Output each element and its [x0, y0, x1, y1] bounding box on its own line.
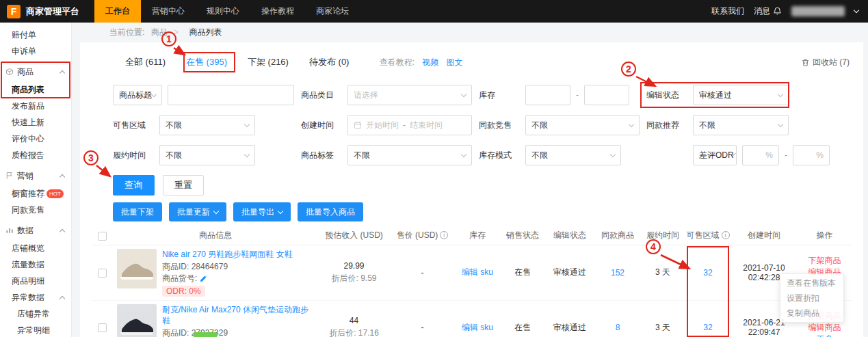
breadcrumb: 当前位置: 商品 > 商品列表 — [72, 23, 868, 42]
product-tag-select[interactable]: 不限 — [347, 145, 472, 165]
product-title-link[interactable]: Nike air 270 男鞋跑步鞋网面鞋 女鞋 — [162, 249, 317, 260]
nav-forum[interactable]: 商家论坛 — [305, 0, 360, 23]
breadcrumb-goods[interactable]: 商品 — [151, 27, 168, 37]
sidebar-group-goods[interactable]: 商品 — [0, 62, 71, 81]
sidebar-item-compensation[interactable]: 赔付单 — [0, 27, 71, 43]
sidebar-subgroup-abnormal-data[interactable]: 异常数据 — [0, 289, 71, 306]
nav-workbench[interactable]: 工作台 — [94, 0, 141, 23]
category-select[interactable]: 请选择 — [347, 85, 472, 105]
chevron-down-icon — [778, 121, 783, 126]
user-menu-chevron-icon[interactable] — [854, 8, 859, 13]
sidebar-item-appeal[interactable]: 申诉单 — [0, 43, 71, 59]
stock-min-input[interactable] — [525, 85, 570, 105]
tutorial-image-link[interactable]: 图文 — [446, 57, 462, 67]
sidebar-item-traffic-data[interactable]: 流量数据 — [0, 256, 71, 273]
menu-copy-product[interactable]: 复制商品 — [780, 306, 843, 321]
sidebar-item-publish-new[interactable]: 发布新品 — [0, 98, 71, 114]
sidebar-item-shop-overview[interactable]: 店铺概览 — [0, 240, 71, 256]
chevron-down-icon — [629, 121, 634, 126]
query-button[interactable]: 查询 — [113, 175, 155, 196]
sidebar-group-marketing[interactable]: 营销 — [0, 166, 71, 185]
sidebar-item-same-compete[interactable]: 同款竞售 — [0, 202, 71, 218]
tab-off-shelf[interactable]: 下架 (216) — [248, 56, 289, 68]
sidebar-item-shop-abnormal[interactable]: 店铺异常 — [0, 306, 71, 322]
reset-button[interactable]: 重置 — [163, 175, 205, 196]
fulfill-time-select[interactable]: 不限 — [159, 145, 255, 165]
recycle-bin-link[interactable]: 回收站 (7) — [801, 57, 850, 68]
odr-min-input[interactable]: % — [742, 145, 779, 165]
select-all-checkbox[interactable] — [98, 232, 107, 241]
user-account-blurred[interactable] — [791, 6, 845, 16]
sidebar-item-window-recommend[interactable]: 橱窗推荐 HOT — [0, 185, 71, 202]
col-product-info: 商品信息 — [113, 227, 318, 245]
create-time-range-picker[interactable]: 开始时间 - 结束时间 — [347, 115, 472, 135]
odr-max-input[interactable]: % — [793, 145, 830, 165]
edit-sku-link[interactable]: 编辑 sku — [462, 323, 493, 332]
product-image[interactable] — [117, 304, 157, 337]
chevron-up-icon — [60, 228, 65, 234]
filter-product-title: 商品标题 — [113, 85, 294, 105]
contact-us-link[interactable]: 联系我们 — [711, 5, 744, 17]
info-icon[interactable] — [440, 231, 448, 239]
col-sale-status: 销售状态 — [500, 227, 545, 245]
stock-max-input[interactable] — [584, 85, 629, 105]
filter-same-recommend: 同款推荐 不限 — [646, 115, 817, 135]
same-compete-select[interactable]: 不限 — [525, 115, 640, 135]
sale-region-select[interactable]: 不限 — [159, 115, 255, 135]
row-checkbox[interactable] — [98, 269, 107, 278]
sale-region-count-link[interactable]: 32 — [703, 323, 712, 332]
created-date: 2021-07-10 — [733, 263, 795, 273]
chevron-down-icon — [461, 91, 466, 96]
edit-sku-link[interactable]: 编辑 sku — [462, 267, 493, 277]
same-product-count-link[interactable]: 152 — [611, 268, 624, 278]
nav-tutorials[interactable]: 操作教程 — [250, 0, 305, 23]
batch-export-button[interactable]: 批量导出 — [233, 202, 291, 221]
odr-type-select[interactable]: 差评ODR — [693, 145, 737, 165]
sidebar-item-quick-new[interactable]: 快速上新 — [0, 114, 71, 131]
product-title-link[interactable]: 耐克/Nike Air Max270 休闲气垫运动跑步鞋 — [162, 304, 317, 326]
nav-marketing-center[interactable]: 营销中心 — [141, 0, 196, 23]
sidebar-item-quality-report[interactable]: 质检报告 — [0, 147, 71, 163]
fulfill-time: 3 天 — [641, 245, 685, 300]
stock-mode-select[interactable]: 不限 — [525, 145, 621, 165]
title-field-select[interactable]: 商品标题 — [113, 85, 162, 105]
batch-import-button[interactable]: 批量导入商品 — [298, 202, 363, 221]
edit-status-select[interactable]: 审核通过 — [693, 85, 789, 105]
sidebar-item-review-center[interactable]: 评价中心 — [0, 131, 71, 147]
sidebar-item-product-list[interactable]: 商品列表 — [0, 81, 71, 98]
chevron-down-icon — [213, 208, 219, 213]
messages-link[interactable]: 消息 — [754, 5, 782, 17]
edit-pencil-icon[interactable] — [200, 275, 207, 282]
tutorial-video-link[interactable]: 视频 — [422, 57, 438, 67]
green-tag — [194, 332, 217, 337]
title-search-input[interactable] — [168, 85, 294, 105]
price-cell: - — [390, 245, 455, 300]
menu-set-discount[interactable]: 设置折扣 — [780, 291, 843, 306]
sale-region-count-link[interactable]: 32 — [703, 268, 712, 278]
sidebar-item-product-detail[interactable]: 商品明细 — [0, 273, 71, 289]
batch-update-button[interactable]: 批量更新 — [169, 202, 226, 221]
filter-label: 同款推荐 — [646, 120, 687, 131]
edit-product-link[interactable]: 编辑商品 — [798, 322, 851, 334]
sale-status: 在售 — [500, 300, 545, 337]
filter-label: 可售区域 — [113, 120, 154, 131]
filter-label: 商品类目 — [301, 90, 342, 101]
app-logo[interactable]: F — [7, 5, 21, 18]
sidebar-item-abnormal-detail[interactable]: 异常明细 — [0, 322, 71, 337]
more-link[interactable]: 更多 — [798, 334, 851, 337]
info-icon[interactable] — [722, 231, 730, 239]
same-recommend-select[interactable]: 不限 — [693, 115, 789, 135]
nav-rules-center[interactable]: 规则中心 — [196, 0, 250, 23]
row-checkbox[interactable] — [98, 323, 107, 332]
batch-offline-button[interactable]: 批量下架 — [113, 202, 162, 221]
same-product-count-link[interactable]: 8 — [616, 323, 620, 332]
tab-all[interactable]: 全部 (611) — [125, 56, 166, 68]
offline-product-link[interactable]: 下架商品 — [798, 255, 851, 267]
sidebar-group-data[interactable]: 数据 — [0, 221, 71, 240]
tab-on-sale[interactable]: 在售 (395) — [186, 56, 227, 68]
product-image[interactable] — [117, 249, 157, 288]
menu-view-on-sale-version[interactable]: 查看在售版本 — [780, 275, 843, 291]
filter-create-time: 创建时间 开始时间 - 结束时间 — [301, 115, 472, 135]
tab-pending[interactable]: 待发布 (0) — [309, 56, 350, 68]
product-list-panel: 全部 (611) 在售 (395) 下架 (216) 待发布 (0) 查看教程:… — [80, 42, 863, 337]
